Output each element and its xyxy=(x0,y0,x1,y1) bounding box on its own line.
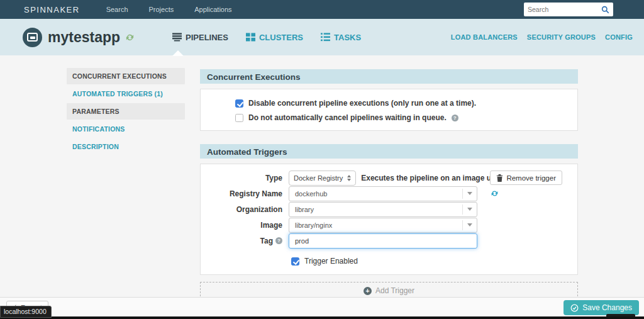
concurrent-executions-panel: Disable concurrent pipeline executions (… xyxy=(200,89,578,131)
no-auto-cancel-checkbox[interactable] xyxy=(235,114,243,122)
select-updown-icon xyxy=(347,175,351,181)
config-sidebar: CONCURRENT EXECUTIONS AUTOMATED TRIGGERS… xyxy=(67,68,185,156)
footer-bar: Revert Save Changes xyxy=(0,297,644,316)
trigger-enabled-checkbox[interactable] xyxy=(291,257,299,266)
tasks-icon xyxy=(321,33,330,42)
sidebar-item-concurrent-executions[interactable]: CONCURRENT EXECUTIONS xyxy=(67,68,185,84)
app-tabs: PIPELINES CLUSTERS TASKS xyxy=(172,33,361,42)
registry-name-label: Registry Name xyxy=(201,189,289,198)
disable-concurrent-checkbox[interactable] xyxy=(235,99,243,108)
tab-tasks[interactable]: TASKS xyxy=(321,33,361,42)
spinnaker-app-window: SPINNAKER Search Projects Applications m… xyxy=(0,0,644,319)
trigger-enabled-row: Trigger Enabled xyxy=(201,257,577,266)
sidebar-item-notifications[interactable]: NOTIFICATIONS xyxy=(67,121,185,137)
pipelines-icon xyxy=(172,33,182,42)
organization-value: library xyxy=(289,206,462,213)
trigger-type-value: Docker Registry xyxy=(294,174,343,182)
sidebar-item-description[interactable]: DESCRIPTION xyxy=(67,138,185,155)
info-icon[interactable]: ? xyxy=(275,237,282,244)
application-icon xyxy=(23,28,42,47)
info-icon[interactable]: ? xyxy=(452,115,458,121)
image-value: library/nginx xyxy=(289,221,462,229)
registry-name-value: dockerhub xyxy=(289,190,462,198)
link-config[interactable]: CONFIG xyxy=(605,33,633,41)
chevron-down-icon xyxy=(462,204,477,215)
registry-refresh-icon[interactable] xyxy=(491,189,499,198)
tag-label-text: Tag xyxy=(260,237,273,245)
save-changes-button[interactable]: Save Changes xyxy=(564,300,639,315)
remove-trigger-label: Remove trigger xyxy=(506,174,556,182)
tab-clusters-label: CLUSTERS xyxy=(259,33,303,42)
image-select[interactable]: library/nginx xyxy=(289,218,477,233)
trigger-type-description: Executes the pipeline on an image update xyxy=(361,174,511,182)
nav-item-search[interactable]: Search xyxy=(106,6,128,13)
sidebar-item-parameters[interactable]: PARAMETERS xyxy=(67,103,185,120)
trigger-type-select[interactable]: Docker Registry xyxy=(289,171,356,186)
tag-input[interactable] xyxy=(289,233,477,249)
tab-tasks-label: TASKS xyxy=(334,33,361,42)
application-name: mytestapp xyxy=(48,29,120,46)
disable-concurrent-label: Disable concurrent pipeline executions (… xyxy=(248,99,476,108)
header-links: LOAD BALANCERS SECURITY GROUPS CONFIG xyxy=(451,33,633,41)
disable-concurrent-row: Disable concurrent pipeline executions (… xyxy=(235,99,577,108)
automated-triggers-header: Automated Triggers xyxy=(200,144,578,159)
global-search-input[interactable] xyxy=(528,6,601,13)
application-header: mytestapp PIPELINES CLUSTERS xyxy=(0,19,644,55)
link-load-balancers[interactable]: LOAD BALANCERS xyxy=(451,33,518,41)
check-circle-icon xyxy=(570,304,579,312)
config-main: Concurrent Executions Disable concurrent… xyxy=(200,69,578,299)
spinnaker-logo[interactable]: SPINNAKER xyxy=(24,5,80,14)
sidebar-item-automated-triggers[interactable]: AUTOMATED TRIGGERS (1) xyxy=(67,86,185,102)
bottom-strip xyxy=(0,316,644,319)
add-trigger-label: Add Trigger xyxy=(375,286,414,295)
concurrent-executions-header: Concurrent Executions xyxy=(200,69,578,84)
save-changes-label: Save Changes xyxy=(582,303,632,312)
chevron-down-icon xyxy=(462,220,477,230)
tab-clusters[interactable]: CLUSTERS xyxy=(246,33,303,42)
automated-triggers-panel: Type Docker Registry Executes the pipeli… xyxy=(200,164,578,275)
link-security-groups[interactable]: SECURITY GROUPS xyxy=(527,33,596,41)
no-auto-cancel-label: Do not automatically cancel pipelines wa… xyxy=(248,113,447,122)
top-navbar: SPINNAKER Search Projects Applications xyxy=(0,0,644,19)
trigger-enabled-label: Trigger Enabled xyxy=(304,257,358,266)
trash-icon xyxy=(496,174,503,182)
browser-status-tooltip: localhost:9000 xyxy=(0,306,52,318)
type-label: Type xyxy=(201,174,289,182)
image-label: Image xyxy=(201,221,289,230)
no-auto-cancel-row: Do not automatically cancel pipelines wa… xyxy=(235,113,577,122)
nav-item-projects[interactable]: Projects xyxy=(149,6,174,13)
organization-label: Organization xyxy=(201,205,289,214)
global-search-box xyxy=(524,3,613,16)
tab-pipelines[interactable]: PIPELINES xyxy=(172,33,228,42)
image-row: Image library/nginx xyxy=(201,217,577,233)
tag-label: Tag ? xyxy=(201,237,289,245)
organization-row: Organization library xyxy=(201,201,577,217)
clusters-icon xyxy=(246,33,255,42)
app-refresh-icon[interactable] xyxy=(125,33,135,42)
tab-pipelines-label: PIPELINES xyxy=(186,33,228,42)
chevron-down-icon xyxy=(462,189,477,199)
active-tab-caret xyxy=(172,50,184,56)
plus-circle-icon: + xyxy=(364,287,372,295)
registry-name-select[interactable]: dockerhub xyxy=(289,186,477,201)
tag-row: Tag ? xyxy=(201,233,577,249)
remove-trigger-button[interactable]: Remove trigger xyxy=(490,171,562,185)
nav-item-applications[interactable]: Applications xyxy=(194,6,231,13)
registry-name-row: Registry Name dockerhub xyxy=(201,186,577,201)
organization-select[interactable]: library xyxy=(289,202,477,217)
search-icon[interactable] xyxy=(601,6,609,14)
